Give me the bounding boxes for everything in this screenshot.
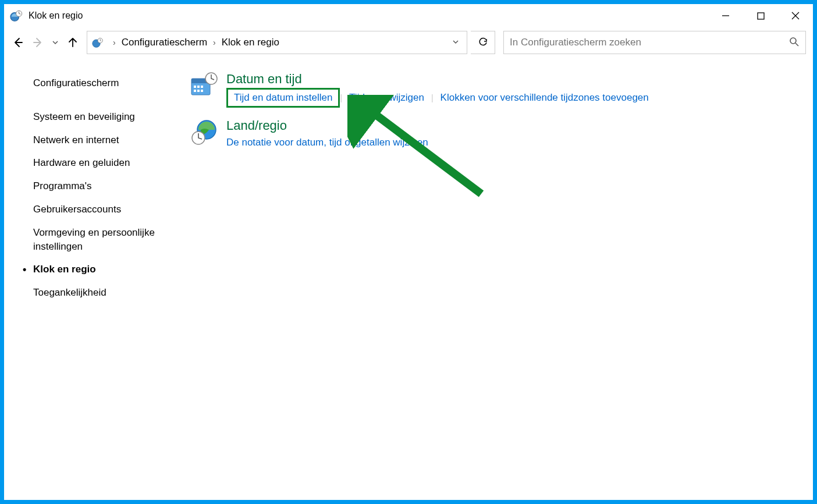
refresh-button[interactable]: [471, 31, 495, 54]
sidebar-home[interactable]: Configuratiescherm: [33, 72, 179, 95]
chevron-right-icon: ›: [113, 38, 116, 47]
svg-point-5: [790, 38, 796, 44]
category-link[interactable]: De notatie voor datum, tijd of getallen …: [226, 134, 435, 151]
clock-region-icon: [10, 9, 23, 22]
svg-rect-12: [194, 90, 196, 92]
content-area: Configuratiescherm Systeem en beveiligin…: [4, 60, 813, 500]
sidebar-item[interactable]: Klok en regio: [33, 258, 179, 281]
sidebar-item[interactable]: Hardware en geluiden: [33, 151, 179, 175]
region-icon: [190, 118, 218, 146]
link-separator: |: [340, 93, 342, 102]
address-bar[interactable]: › Configuratiescherm › Klok en regio: [87, 31, 467, 54]
breadcrumb-configuratiescherm[interactable]: Configuratiescherm: [122, 37, 207, 48]
category-link[interactable]: Klokken voor verschillende tijdzones toe…: [441, 90, 656, 106]
sidebar-item[interactable]: Gebruikersaccounts: [33, 198, 179, 221]
category: Datum en tijdTijd en datum instellen|Tij…: [190, 72, 801, 108]
up-button[interactable]: [66, 36, 80, 49]
sidebar-item[interactable]: Systeem en beveiliging: [33, 105, 179, 129]
breadcrumb-klok-en-regio[interactable]: Klok en regio: [222, 37, 279, 48]
link-separator: |: [431, 93, 434, 102]
category-title[interactable]: Datum en tijd: [226, 72, 656, 87]
back-button[interactable]: [11, 36, 25, 49]
date-time-icon: [190, 72, 218, 100]
svg-rect-10: [197, 86, 200, 88]
window-controls: [708, 4, 813, 27]
history-dropdown[interactable]: [51, 36, 60, 49]
nav-toolbar: › Configuratiescherm › Klok en regio: [4, 27, 813, 60]
minimize-button[interactable]: [708, 4, 743, 27]
category-link[interactable]: Tijd en datum instellen: [226, 88, 340, 108]
clock-region-icon: [92, 37, 104, 48]
svg-rect-11: [201, 86, 203, 88]
svg-rect-2: [758, 13, 764, 19]
search-input[interactable]: [510, 37, 789, 48]
forward-button[interactable]: [31, 36, 45, 49]
address-dropdown[interactable]: [447, 38, 464, 48]
chevron-right-icon: ›: [213, 38, 216, 47]
sidebar-item[interactable]: Vormgeving en persoonlijke instellingen: [33, 221, 179, 258]
window-title: Klok en regio: [29, 10, 708, 21]
search-icon: [789, 37, 800, 49]
category: Land/regioDe notatie voor datum, tijd of…: [190, 118, 801, 151]
sidebar-item[interactable]: Netwerk en internet: [33, 129, 179, 152]
svg-rect-13: [197, 90, 200, 92]
svg-rect-14: [201, 90, 203, 92]
main-panel: Datum en tijdTijd en datum instellen|Tij…: [179, 66, 801, 494]
control-panel-window: Klok en regio: [3, 3, 814, 501]
svg-rect-9: [194, 86, 196, 88]
titlebar: Klok en regio: [4, 4, 813, 27]
sidebar-item[interactable]: Programma's: [33, 175, 179, 198]
sidebar-item[interactable]: Toegankelijkheid: [33, 281, 179, 304]
category-title[interactable]: Land/regio: [226, 118, 435, 133]
sidebar: Configuratiescherm Systeem en beveiligin…: [16, 66, 179, 494]
maximize-button[interactable]: [743, 4, 778, 27]
category-link[interactable]: Tijdzone wijzigen: [349, 90, 431, 106]
close-button[interactable]: [778, 4, 813, 27]
search-box[interactable]: [503, 31, 806, 54]
